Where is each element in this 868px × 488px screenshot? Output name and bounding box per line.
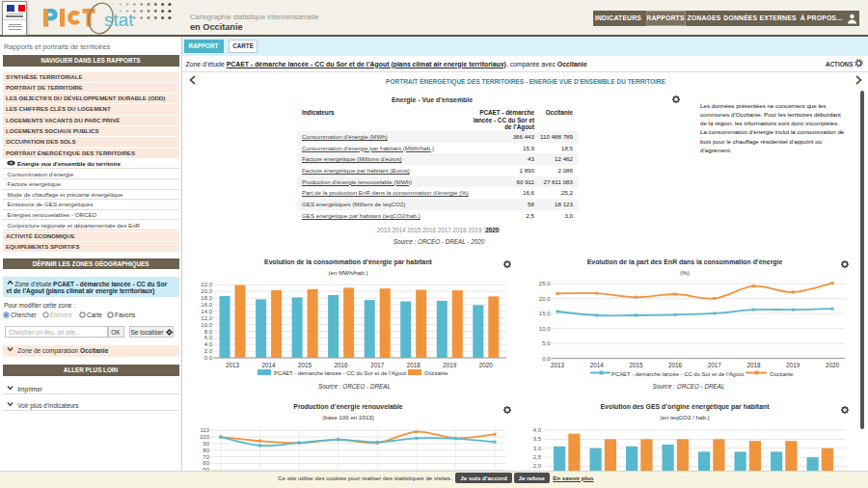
- svg-text:0,0: 0,0: [542, 356, 551, 362]
- svg-text:stat: stat: [104, 10, 134, 30]
- svg-text:3,0: 3,0: [533, 446, 542, 451]
- svg-text:2015: 2015: [629, 362, 643, 368]
- svg-text:8,0: 8,0: [204, 329, 213, 335]
- svg-text:25,0: 25,0: [539, 281, 551, 286]
- svg-text:2013: 2013: [551, 362, 565, 368]
- svg-text:2018: 2018: [407, 362, 421, 368]
- svg-text:2,0: 2,0: [204, 348, 213, 354]
- svg-text:2016: 2016: [335, 362, 349, 368]
- svg-text:14,0: 14,0: [201, 309, 212, 314]
- svg-text:90: 90: [203, 441, 209, 447]
- svg-text:2014: 2014: [590, 362, 605, 368]
- svg-text:60: 60: [203, 460, 209, 466]
- svg-text:2019: 2019: [443, 362, 457, 368]
- svg-text:15,0: 15,0: [539, 311, 551, 316]
- svg-text:3,5: 3,5: [533, 436, 542, 442]
- svg-text:2014: 2014: [262, 362, 277, 368]
- svg-text:70: 70: [203, 454, 209, 460]
- svg-text:10,0: 10,0: [539, 326, 551, 332]
- svg-text:6,0: 6,0: [204, 335, 213, 340]
- svg-text:12,0: 12,0: [201, 315, 212, 321]
- svg-text:100: 100: [200, 434, 210, 440]
- svg-text:2013: 2013: [226, 362, 240, 368]
- svg-text:2020: 2020: [479, 362, 494, 368]
- svg-text:2,0: 2,0: [533, 463, 542, 469]
- svg-text:20,0: 20,0: [201, 288, 212, 294]
- svg-text:16,0: 16,0: [201, 302, 212, 308]
- svg-text:2015: 2015: [298, 362, 312, 368]
- svg-text:2016: 2016: [668, 362, 683, 368]
- svg-text:4,0: 4,0: [204, 341, 213, 347]
- svg-text:2017: 2017: [370, 362, 385, 368]
- svg-text:2020: 2020: [826, 362, 840, 368]
- svg-text:2018: 2018: [746, 362, 761, 368]
- svg-text:22,0: 22,0: [201, 282, 212, 287]
- svg-text:110: 110: [200, 427, 209, 433]
- svg-text:18,0: 18,0: [201, 295, 212, 301]
- svg-text:2,5: 2,5: [533, 454, 542, 460]
- svg-text:80: 80: [203, 447, 209, 453]
- svg-text:2017: 2017: [708, 362, 722, 368]
- svg-text:4,0: 4,0: [533, 427, 542, 433]
- svg-text:5,0: 5,0: [542, 340, 551, 346]
- svg-text:10,0: 10,0: [201, 322, 212, 328]
- svg-text:2019: 2019: [786, 362, 800, 368]
- svg-text:20,0: 20,0: [539, 296, 551, 302]
- svg-text:0,0: 0,0: [204, 355, 213, 361]
